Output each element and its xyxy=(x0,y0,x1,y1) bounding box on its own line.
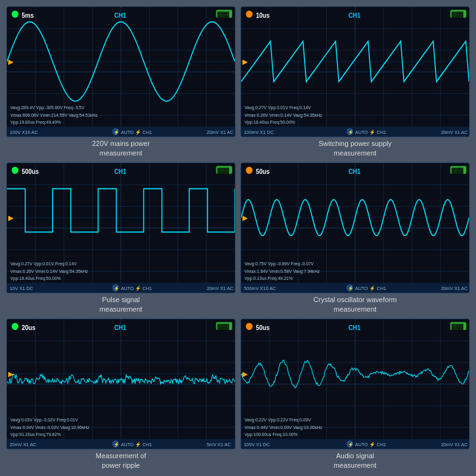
svg-text:▓▓▓: ▓▓▓ xyxy=(218,11,230,18)
svg-text:20mV  X1  AC: 20mV X1 AC xyxy=(10,442,37,447)
svg-text:AUTO ⚡ CH1: AUTO ⚡ CH1 xyxy=(121,441,152,447)
svg-text:Vpp:18.40us  Freq:50.00%: Vpp:18.40us Freq:50.00% xyxy=(244,120,295,125)
svg-text:▓▓▓: ▓▓▓ xyxy=(452,167,464,174)
svg-point-171 xyxy=(246,323,253,330)
svg-text:5mV  X1  AC: 5mV X1 AC xyxy=(207,442,232,447)
scope-panel3: 500us CH1 ▓▓▓ ▶ Vavg:0.27V Vpp:0.01V Fre… xyxy=(6,162,235,293)
caption-panel2: Switching power supplymeasurement xyxy=(319,139,392,157)
svg-text:Vavg:0.27V  Vpp:0.01V  Freq:0.: Vavg:0.27V Vpp:0.01V Freq:0.14V xyxy=(10,261,77,267)
svg-text:CH1: CH1 xyxy=(348,324,360,331)
svg-point-16 xyxy=(11,11,18,18)
panel-panel5: 20us CH1 ▓▓▓ ▶ Vavg:0.03V Vpp:-0.02V Fre… xyxy=(6,319,235,470)
svg-text:⚡: ⚡ xyxy=(348,129,354,135)
svg-text:AUTO ⚡ CH1: AUTO ⚡ CH1 xyxy=(355,441,387,447)
svg-text:AUTO ⚡ CH1: AUTO ⚡ CH1 xyxy=(355,285,387,291)
svg-text:Vmax:606.06V  Vmin:214.55V  Va: Vmax:606.06V Vmin:214.55V Vavg:54.51kHz xyxy=(10,112,98,117)
caption-panel1: 220V mains powermeasurement xyxy=(92,139,150,157)
svg-text:100V  X10  AC: 100V X10 AC xyxy=(10,129,38,135)
svg-text:10us: 10us xyxy=(256,12,270,19)
panel-panel4: 50us CH1 ▓▓▓ ▶ Vavg:0.75V Vpp:-0.89V Fre… xyxy=(241,162,470,314)
svg-text:AUTO ⚡ CH1: AUTO ⚡ CH1 xyxy=(121,129,152,135)
svg-text:Vavg:0.03V  Vpp:-0.02V  Freq:0: Vavg:0.03V Vpp:-0.02V Freq:0.01V xyxy=(10,418,78,423)
svg-text:50us: 50us xyxy=(256,168,270,175)
panel-panel6: 50us CH1 ▓▓▓ ▶ Vavg:0.22V Vpp:0.22V Freq… xyxy=(241,319,470,470)
svg-text:20mV  X1  AC: 20mV X1 AC xyxy=(207,286,234,291)
svg-point-78 xyxy=(11,167,18,174)
svg-text:5ms: 5ms xyxy=(22,12,34,19)
svg-text:CH1: CH1 xyxy=(348,12,360,19)
svg-text:▓▓▓: ▓▓▓ xyxy=(452,323,464,330)
svg-text:CH1: CH1 xyxy=(114,168,126,175)
svg-text:Vmax:0.26V  Vmin:0.14V  Vavg:5: Vmax:0.26V Vmin:0.14V Vavg:54.35kHz xyxy=(10,268,88,274)
svg-text:▓▓▓: ▓▓▓ xyxy=(218,323,230,330)
svg-text:Vmax:0.26V  Vmin:0.14V  Vavg:5: Vmax:0.26V Vmin:0.14V Vavg:54.35kHz xyxy=(244,112,322,117)
svg-text:▶: ▶ xyxy=(8,58,14,65)
svg-text:▓▓▓: ▓▓▓ xyxy=(218,167,230,174)
scope-panel6: 50us CH1 ▓▓▓ ▶ Vavg:0.22V Vpp:0.22V Freq… xyxy=(241,319,470,449)
scope-panel1: 5ms CH1 ▓▓▓ ▶ Vavg:289.4V Vpp:-305.60V F… xyxy=(6,6,235,137)
svg-text:⚡: ⚡ xyxy=(114,129,120,135)
caption-panel3: Pulse signalmeasurement xyxy=(100,295,142,314)
svg-text:Vpp:19.80us  Freq:49.49%: Vpp:19.80us Freq:49.49% xyxy=(10,120,61,125)
svg-text:Vmax:0.44V  Vmin:0.00V  Vavg:1: Vmax:0.44V Vmin:0.00V Vavg:10.00kHz xyxy=(244,425,322,430)
svg-text:Vpp:18.40us  Freq:50.00%: Vpp:18.40us Freq:50.00% xyxy=(10,276,61,281)
scope-panel4: 50us CH1 ▓▓▓ ▶ Vavg:0.75V Vpp:-0.89V Fre… xyxy=(241,162,470,293)
svg-text:⚡: ⚡ xyxy=(348,285,354,291)
svg-text:100V  X1  DC: 100V X1 DC xyxy=(244,442,270,447)
svg-point-140 xyxy=(11,323,18,330)
svg-text:AUTO ⚡ CH1: AUTO ⚡ CH1 xyxy=(355,129,387,135)
svg-text:Vavg:0.22V  Vpp:0.22V  Freq:0.: Vavg:0.22V Vpp:0.22V Freq:0.00V xyxy=(244,418,311,423)
svg-text:Vmax:1.64V  Vmin:0.58V  Vavg:7: Vmax:1.64V Vmin:0.58V Vavg:7.94kHz xyxy=(244,268,320,274)
svg-text:Vpp:0.13us  Freq:49.21%: Vpp:0.13us Freq:49.21% xyxy=(244,276,293,281)
svg-text:500mV  X10  AC: 500mV X10 AC xyxy=(244,286,276,291)
caption-panel4: Crystal oscillator waveformmeasurement xyxy=(314,295,397,314)
scope-panel2: 10us CH1 ▓▓▓ ▶ Vavg:0.27V Vpp:0.01V Freq… xyxy=(241,6,470,137)
svg-text:50us: 50us xyxy=(256,324,270,331)
svg-text:▓▓▓: ▓▓▓ xyxy=(452,11,464,18)
svg-text:▶: ▶ xyxy=(8,214,14,221)
svg-text:⚡: ⚡ xyxy=(114,285,120,291)
svg-text:100mV  X1  DC: 100mV X1 DC xyxy=(244,129,274,135)
svg-text:▶: ▶ xyxy=(242,58,248,65)
svg-text:CH1: CH1 xyxy=(114,12,126,19)
svg-text:CH1: CH1 xyxy=(114,324,126,331)
svg-point-47 xyxy=(246,11,253,18)
svg-text:20mV  X1  AC: 20mV X1 AC xyxy=(441,286,468,291)
svg-point-109 xyxy=(246,167,253,174)
main-grid: 5ms CH1 ▓▓▓ ▶ Vavg:289.4V Vpp:-305.60V F… xyxy=(0,0,476,476)
svg-text:⚡: ⚡ xyxy=(348,441,354,447)
panel-panel3: 500us CH1 ▓▓▓ ▶ Vavg:0.27V Vpp:0.01V Fre… xyxy=(6,162,235,314)
panel-panel2: 10us CH1 ▓▓▓ ▶ Vavg:0.27V Vpp:0.01V Freq… xyxy=(241,6,470,157)
svg-text:20mV  X1  AC: 20mV X1 AC xyxy=(441,129,468,135)
svg-text:▶: ▶ xyxy=(242,370,248,378)
svg-text:20us: 20us xyxy=(22,324,36,331)
svg-text:⚡: ⚡ xyxy=(114,441,120,447)
svg-text:Vmax:0.04V  Vmin:-0.02V  Vavg:: Vmax:0.04V Vmin:-0.02V Vavg:10.96kHz xyxy=(10,425,89,430)
svg-text:Vpp:100.00us  Freq:10.00%: Vpp:100.00us Freq:10.00% xyxy=(244,432,298,437)
svg-text:▶: ▶ xyxy=(242,214,248,221)
svg-text:Vavg:0.75V  Vpp:-0.89V  Freq:-: Vavg:0.75V Vpp:-0.89V Freq:-0.07V xyxy=(244,261,314,267)
svg-text:CH1: CH1 xyxy=(348,168,360,175)
svg-text:500us: 500us xyxy=(22,168,39,175)
svg-text:Vpp:91.20us  Freq:79.82%: Vpp:91.20us Freq:79.82% xyxy=(10,432,61,437)
svg-text:20mV  X1  AC: 20mV X1 AC xyxy=(207,129,234,135)
panel-panel1: 5ms CH1 ▓▓▓ ▶ Vavg:289.4V Vpp:-305.60V F… xyxy=(6,6,235,157)
scope-panel5: 20us CH1 ▓▓▓ ▶ Vavg:0.03V Vpp:-0.02V Fre… xyxy=(6,319,235,449)
caption-panel5: Measurement ofpower ripple xyxy=(96,451,146,470)
svg-text:Vavg:289.4V  Vpp:-305.60V  Fre: Vavg:289.4V Vpp:-305.60V Freq:-3.5V xyxy=(10,105,84,110)
caption-panel6: Audio signalmeasurement xyxy=(334,451,376,470)
svg-text:10V  X1  DC: 10V X1 DC xyxy=(10,286,33,291)
svg-text:▶: ▶ xyxy=(8,370,14,378)
svg-text:Vavg:0.27V  Vpp:0.01V  Freq:0.: Vavg:0.27V Vpp:0.01V Freq:0.14V xyxy=(244,105,311,110)
svg-text:20mV  X1  AC: 20mV X1 AC xyxy=(441,442,468,447)
svg-text:AUTO ⚡ CH1: AUTO ⚡ CH1 xyxy=(121,285,152,291)
